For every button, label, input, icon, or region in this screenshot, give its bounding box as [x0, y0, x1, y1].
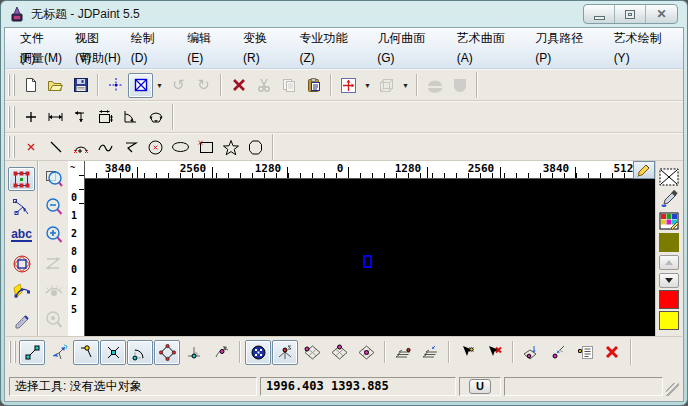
menu-draw[interactable]: 绘制(D): [122, 28, 178, 48]
pick-delete-button[interactable]: [481, 340, 507, 365]
menu-transform[interactable]: 变换(R): [234, 28, 290, 48]
ruler-edit-button[interactable]: [633, 161, 655, 179]
pan-view-button[interactable]: [40, 252, 67, 276]
select-tool-button[interactable]: [8, 167, 35, 191]
snap-arc-button[interactable]: [127, 340, 153, 365]
menu-help[interactable]: 帮助(H): [71, 48, 130, 68]
node-edit-tool-button[interactable]: [8, 195, 35, 219]
axis-view-button[interactable]: [336, 73, 361, 98]
unit-button[interactable]: U: [469, 379, 491, 394]
cancel-button[interactable]: [599, 340, 625, 365]
palette-button[interactable]: [658, 211, 680, 231]
draw-point-button[interactable]: [18, 135, 43, 160]
red-color-swatch[interactable]: [659, 290, 679, 309]
draw-spline-button[interactable]: [93, 135, 118, 160]
plane-drop-button[interactable]: [518, 340, 544, 365]
draw-arc-button[interactable]: [68, 135, 93, 160]
snap-plane-top-button[interactable]: [326, 340, 352, 365]
draw-line-button[interactable]: [43, 135, 68, 160]
menu-edit[interactable]: 编辑(E): [178, 28, 234, 48]
resize-grip[interactable]: [666, 383, 679, 396]
snap-intersection-button[interactable]: [100, 340, 126, 365]
cut-button[interactable]: [251, 73, 276, 98]
pick-point-button[interactable]: [454, 340, 480, 365]
save-button[interactable]: [68, 73, 93, 98]
delete-button[interactable]: [226, 73, 251, 98]
toolbar-drag-handle[interactable]: [8, 74, 15, 96]
text-tool-button[interactable]: abc: [8, 223, 35, 247]
snap-plane-center-button[interactable]: [353, 340, 379, 365]
zoom-in-button[interactable]: [40, 223, 67, 247]
axis-view-dropdown[interactable]: ▼: [361, 73, 374, 98]
snap-tangent-button[interactable]: [208, 340, 234, 365]
no-color-button[interactable]: [658, 167, 680, 187]
view-3d-button[interactable]: [374, 73, 399, 98]
draw-star-button[interactable]: [218, 135, 243, 160]
minimize-button[interactable]: [584, 5, 615, 23]
measure-angle-button[interactable]: [118, 105, 143, 130]
shade-shield-button[interactable]: [447, 73, 472, 98]
snap-endpoint-button[interactable]: [19, 340, 45, 365]
measure-curve-button[interactable]: [143, 105, 168, 130]
menu-measure[interactable]: 测量(M): [11, 48, 71, 68]
measure-point-button[interactable]: [18, 105, 43, 130]
snap-corner-button[interactable]: [73, 340, 99, 365]
menu-file[interactable]: 文件(F): [11, 28, 66, 48]
bounding-box-button[interactable]: [128, 73, 153, 98]
redo-button[interactable]: ↻: [191, 73, 216, 98]
view-3d-dropdown[interactable]: ▼: [399, 73, 412, 98]
copy-button[interactable]: [276, 73, 301, 98]
horizontal-ruler[interactable]: 3840 2560 1280 0 1280 2560 3840 512mm: [85, 161, 633, 179]
point-vector-button[interactable]: [545, 340, 571, 365]
shape-tool-button[interactable]: [8, 252, 35, 276]
layer-point-button[interactable]: [390, 340, 416, 365]
snap-plane-xy-button[interactable]: [299, 340, 325, 365]
menu-pro-functions[interactable]: 专业功能(Z): [290, 28, 368, 48]
current-color-swatch[interactable]: [659, 233, 679, 252]
menu-art-draw[interactable]: 艺术绘制(Y): [605, 28, 683, 48]
list-pick-button[interactable]: [572, 340, 598, 365]
scroll-up-button[interactable]: [659, 255, 679, 270]
close-button[interactable]: ✕: [646, 5, 677, 23]
measure-rect-button[interactable]: [93, 105, 118, 130]
measure-distance-button[interactable]: [43, 105, 68, 130]
eyedropper-button[interactable]: [658, 189, 680, 209]
menu-art-surface[interactable]: 艺术曲面(A): [448, 28, 526, 48]
zoom-window-button[interactable]: [40, 167, 67, 191]
layer-arrow-button[interactable]: [417, 340, 443, 365]
drawing-canvas[interactable]: [85, 179, 655, 336]
menu-view[interactable]: 视图(V): [66, 28, 122, 48]
titlebar[interactable]: 无标题 - JDPaint 5.5 ✕: [1, 1, 687, 27]
maximize-button[interactable]: [615, 5, 646, 23]
undo-button[interactable]: ↺: [166, 73, 191, 98]
open-button[interactable]: [43, 73, 68, 98]
menu-geometric-surface[interactable]: 几何曲面(G): [368, 28, 448, 48]
toolbar-drag-handle[interactable]: [9, 341, 16, 363]
draw-rectangle-button[interactable]: [193, 135, 218, 160]
toolbar-drag-handle[interactable]: [8, 106, 15, 128]
draw-circle-button[interactable]: [143, 135, 168, 160]
draw-polygon-button[interactable]: [243, 135, 268, 160]
zoom-out-button[interactable]: [40, 195, 67, 219]
menu-toolpath[interactable]: 刀具路径(P): [526, 28, 604, 48]
snap-perpendicular-button[interactable]: [181, 340, 207, 365]
draw-polyline-button[interactable]: [118, 135, 143, 160]
snap-axis-button[interactable]: [272, 340, 298, 365]
snap-grid-button[interactable]: [245, 340, 271, 365]
measure-step-button[interactable]: [68, 105, 93, 130]
snap-quadrant-button[interactable]: [154, 340, 180, 365]
zoom-object-button[interactable]: [40, 308, 67, 332]
draw-ellipse-button[interactable]: [168, 135, 193, 160]
scroll-down-button[interactable]: [659, 273, 679, 288]
pen-tool-button[interactable]: [8, 280, 35, 304]
paste-button[interactable]: [301, 73, 326, 98]
bounding-box-dropdown[interactable]: ▼: [153, 73, 166, 98]
yellow-color-swatch[interactable]: [659, 311, 679, 330]
vertical-ruler[interactable]: ~ 0 1 2 8 0 2 5: [68, 161, 85, 336]
snap-move-button[interactable]: [46, 340, 72, 365]
hide-object-button[interactable]: [40, 280, 67, 304]
new-button[interactable]: [18, 73, 43, 98]
eraser-tool-button[interactable]: [8, 308, 35, 332]
origin-crosshair-button[interactable]: [103, 73, 128, 98]
shade-sphere-button[interactable]: [422, 73, 447, 98]
